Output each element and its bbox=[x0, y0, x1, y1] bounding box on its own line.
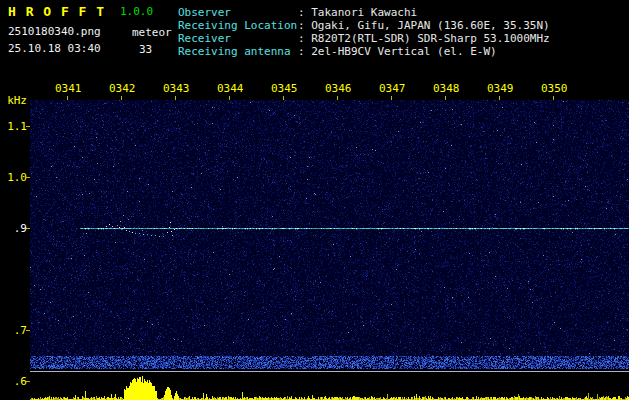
app-version: 1.0.0 bbox=[120, 5, 153, 18]
mode-label: meteor bbox=[132, 26, 172, 39]
time-label: 0342 bbox=[109, 82, 136, 95]
time-label: 0349 bbox=[487, 82, 514, 95]
info-label: Receiving antenna bbox=[178, 45, 298, 58]
freq-label: 1.0 bbox=[7, 171, 27, 184]
info-value: : Takanori Kawachi bbox=[298, 6, 417, 19]
info-row: Receiving antenna: 2el-HB9CV Vertical (e… bbox=[178, 45, 550, 58]
info-row: Receiver: R820T2(RTL-SDR) SDR-Sharp 53.1… bbox=[178, 32, 550, 45]
info-row: Receiving Location: Ogaki, Gifu, JAPAN (… bbox=[178, 19, 550, 32]
info-value: : R820T2(RTL-SDR) SDR-Sharp 53.1000MHz bbox=[298, 32, 550, 45]
time-label: 0343 bbox=[163, 82, 190, 95]
time-label: 0348 bbox=[433, 82, 460, 95]
time-label: 0341 bbox=[55, 82, 82, 95]
time-label: 0347 bbox=[379, 82, 406, 95]
info-label: Observer bbox=[178, 6, 298, 19]
freq-label: 1.1 bbox=[7, 120, 27, 133]
info-row: Observer: Takanori Kawachi bbox=[178, 6, 550, 19]
echo-count: 33 bbox=[139, 43, 152, 56]
time-label: 0346 bbox=[325, 82, 352, 95]
info-value: : 2el-HB9CV Vertical (el. E-W) bbox=[298, 45, 497, 58]
frequency-axis: kHz1.11.0.9.7.6 bbox=[0, 0, 30, 400]
time-label: 0344 bbox=[217, 82, 244, 95]
freq-unit-label: kHz bbox=[7, 94, 27, 107]
time-label: 0350 bbox=[541, 82, 568, 95]
freq-label: .6 bbox=[14, 375, 27, 388]
time-axis: 0341034203430344034503460347034803490350 bbox=[30, 82, 629, 100]
time-label: 0345 bbox=[271, 82, 298, 95]
freq-label: .9 bbox=[14, 222, 27, 235]
signal-level-canvas bbox=[30, 373, 629, 400]
info-panel: Observer: Takanori KawachiReceiving Loca… bbox=[178, 6, 550, 58]
info-label: Receiving Location bbox=[178, 19, 298, 32]
info-label: Receiver bbox=[178, 32, 298, 45]
hrofft-window: H R O F F T 1.0.0 2510180340.png meteor … bbox=[0, 0, 629, 400]
freq-label: .7 bbox=[14, 324, 27, 337]
info-value: : Ogaki, Gifu, JAPAN (136.60E, 35.35N) bbox=[298, 19, 550, 32]
separator-line bbox=[30, 371, 629, 372]
spectrogram-canvas bbox=[30, 100, 629, 369]
